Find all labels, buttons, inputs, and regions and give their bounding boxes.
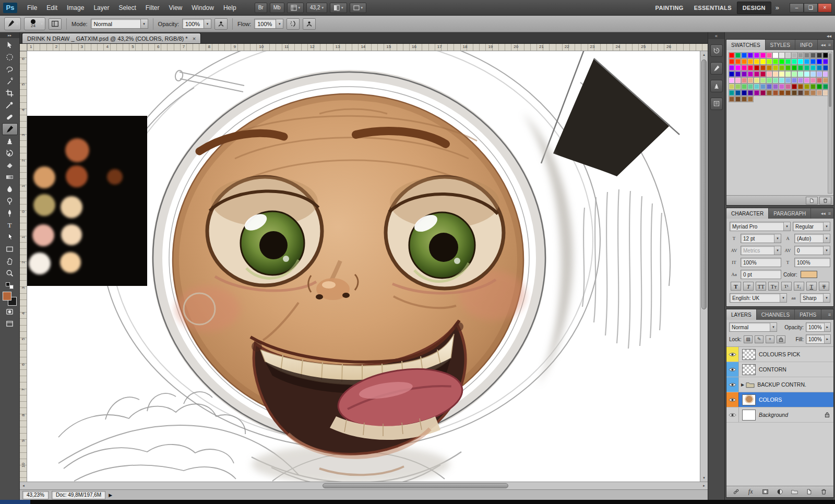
tool-path-selection[interactable]	[2, 231, 18, 243]
swatch[interactable]	[754, 77, 760, 83]
swatch[interactable]	[741, 52, 747, 58]
new-layer-button[interactable]	[805, 488, 814, 496]
swatch[interactable]	[766, 52, 772, 58]
vertical-scroll-thumb[interactable]	[701, 59, 707, 309]
tab-layers[interactable]: LAYERS	[726, 309, 757, 320]
panel-menu-icon[interactable]: ≡	[828, 312, 831, 317]
swatch[interactable]	[772, 65, 779, 71]
swatch[interactable]	[766, 71, 772, 77]
swatch[interactable]	[797, 77, 804, 83]
language-select[interactable]: English: UK▾	[730, 293, 787, 303]
swatch[interactable]	[797, 90, 804, 96]
tool-rectangle[interactable]	[2, 243, 18, 255]
panel-icon-clone-source[interactable]	[710, 80, 723, 92]
flow-select[interactable]: 100% ▾	[254, 19, 283, 29]
view-extras-button[interactable]: ▾	[287, 3, 304, 13]
horizontal-ruler[interactable]: 1234567891011121314151617181920212223242…	[27, 44, 708, 51]
swatch[interactable]	[735, 52, 741, 58]
canvas-artwork[interactable]	[27, 51, 700, 482]
swatch[interactable]	[754, 65, 760, 71]
swatch[interactable]	[810, 65, 816, 71]
leading-select[interactable]: (Auto)▾	[794, 234, 830, 243]
font-family-select[interactable]: Myriad Pro▾	[730, 222, 791, 231]
menu-image[interactable]: Image	[62, 2, 89, 14]
horizontal-scroll-thumb[interactable]	[323, 483, 508, 488]
workspace-essentials[interactable]: ESSENTIALS	[689, 2, 737, 14]
tool-marquee[interactable]	[2, 51, 18, 63]
brush-preset-picker[interactable]: 24 ▾	[24, 17, 46, 30]
swatch[interactable]	[810, 52, 816, 58]
ruler-origin-corner[interactable]	[20, 44, 27, 51]
swatch[interactable]	[760, 58, 766, 65]
layer-row-backup-contrn[interactable]: ▶BACKUP CONTRN.	[726, 377, 833, 392]
swatch-custom[interactable]	[747, 96, 754, 102]
layer-visibility-toggle[interactable]	[726, 377, 739, 392]
swatch[interactable]	[804, 58, 810, 65]
swatch[interactable]	[729, 65, 735, 71]
layer-thumbnail[interactable]	[742, 364, 756, 375]
swatch[interactable]	[735, 77, 741, 83]
menu-edit[interactable]: Edit	[42, 2, 62, 14]
vertical-scrollbar[interactable]: ▴ ▾	[700, 51, 708, 482]
swatch[interactable]	[797, 58, 804, 65]
menu-window[interactable]: Window	[187, 2, 219, 14]
swatch[interactable]	[772, 52, 779, 58]
swatch[interactable]	[791, 77, 797, 83]
scroll-down-icon[interactable]: ▾	[700, 474, 708, 482]
menu-filter[interactable]: Filter	[141, 2, 164, 14]
link-layers-button[interactable]	[731, 488, 741, 496]
swatch[interactable]	[754, 71, 760, 77]
swatch[interactable]	[779, 65, 785, 71]
blend-mode-select[interactable]: Normal ▾	[91, 19, 148, 29]
text-color-swatch[interactable]	[801, 271, 817, 278]
swatch[interactable]	[804, 77, 810, 83]
swatch[interactable]	[779, 71, 785, 77]
text-style-b-button[interactable]: T	[731, 282, 741, 291]
swatch[interactable]	[816, 83, 822, 90]
swatch[interactable]	[747, 77, 754, 83]
swatch[interactable]	[772, 83, 779, 90]
panel-icon-history[interactable]	[710, 44, 723, 57]
swatch[interactable]	[804, 65, 810, 71]
scroll-right-icon[interactable]: ▸	[700, 482, 708, 489]
swatch[interactable]	[760, 65, 766, 71]
swatch[interactable]	[754, 90, 760, 96]
tool-crop[interactable]	[2, 87, 18, 99]
swatch[interactable]	[785, 90, 791, 96]
tool-eyedropper[interactable]	[2, 99, 18, 111]
swatch[interactable]	[772, 71, 779, 77]
swatch[interactable]	[779, 83, 785, 90]
swatch[interactable]	[741, 65, 747, 71]
new-group-button[interactable]	[790, 488, 800, 496]
swatch[interactable]	[797, 83, 804, 90]
panel-icon-notes[interactable]	[710, 98, 723, 110]
swatch[interactable]	[816, 71, 822, 77]
tool-spot-healing[interactable]	[2, 111, 18, 123]
tool-hand[interactable]	[2, 255, 18, 267]
swatch[interactable]	[797, 65, 804, 71]
launch-bridge-button[interactable]: Br	[255, 3, 267, 13]
antialias-select[interactable]: Sharp▾	[800, 293, 830, 303]
swatch[interactable]	[729, 58, 735, 65]
swatch[interactable]	[772, 77, 779, 83]
swatch[interactable]	[747, 90, 754, 96]
swatch[interactable]	[729, 71, 735, 77]
swatch[interactable]	[810, 71, 816, 77]
swatch[interactable]	[779, 90, 785, 96]
swatch[interactable]	[810, 90, 816, 96]
text-style-sup-button[interactable]: T¹	[781, 282, 792, 291]
collapse-panels-icon[interactable]: ◂◂	[726, 32, 834, 39]
swatch-custom[interactable]	[735, 96, 741, 102]
swatch[interactable]	[747, 83, 754, 90]
swatch[interactable]	[772, 90, 779, 96]
swatch[interactable]	[741, 71, 747, 77]
layer-visibility-toggle[interactable]	[726, 392, 739, 407]
tool-magic-wand[interactable]	[2, 75, 18, 87]
panel-icon-tool-presets[interactable]	[710, 62, 723, 75]
scroll-left-icon[interactable]: ◂	[20, 482, 27, 489]
swatch[interactable]	[766, 58, 772, 65]
swatch[interactable]	[747, 58, 754, 65]
opacity-pressure-button[interactable]	[214, 18, 228, 30]
text-style-u-button[interactable]: T	[806, 282, 817, 291]
document-tab[interactable]: DRINK N DRAW _ GATXIM.psd @ 43,2% (COLOR…	[22, 33, 201, 43]
